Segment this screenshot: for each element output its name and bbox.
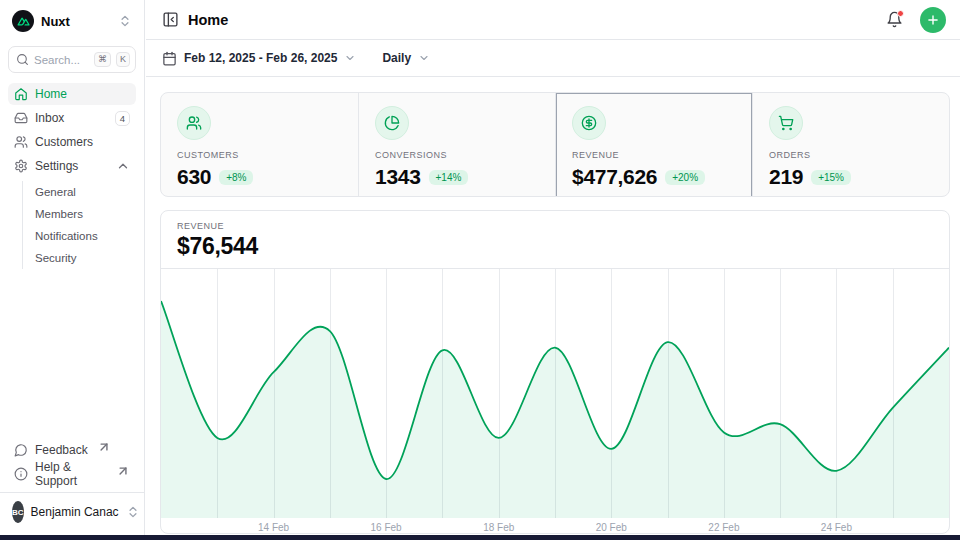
dashboard-content: CUSTOMERS630+8%CONVERSIONS1343+14%REVENU…	[160, 92, 950, 534]
cart-icon	[778, 115, 794, 131]
chevrons-up-down-icon	[126, 505, 140, 519]
stats-panel: CUSTOMERS630+8%CONVERSIONS1343+14%REVENU…	[160, 92, 950, 197]
sidebar-item-notifications[interactable]: Notifications	[35, 225, 136, 247]
revenue-area-chart[interactable]: 14 Feb16 Feb18 Feb20 Feb22 Feb24 Feb	[161, 269, 949, 534]
inbox-icon	[14, 111, 28, 125]
main-area: Home Feb 12, 2025 - Feb 26, 2025 Daily C…	[146, 0, 960, 535]
x-tick-label: 20 Feb	[596, 522, 628, 533]
divider	[0, 492, 144, 493]
kbd-cmd: ⌘	[94, 52, 111, 67]
x-tick-label: 24 Feb	[821, 522, 853, 533]
stat-label: ORDERS	[769, 150, 933, 160]
search-placeholder: Search...	[34, 54, 89, 66]
sidebar-item-label: Customers	[35, 135, 93, 149]
sidebar-item-help-support[interactable]: Help & Support	[8, 463, 136, 485]
sidebar-item-label: Feedback	[35, 443, 88, 457]
kbd-k: K	[116, 52, 130, 67]
stat-label: CONVERSIONS	[375, 150, 539, 160]
stat-value: 1343	[375, 165, 421, 189]
message-circle-icon	[14, 443, 28, 457]
stat-delta-badge: +20%	[665, 170, 705, 185]
sidebar-item-label: Settings	[35, 159, 78, 173]
x-tick-label: 14 Feb	[258, 522, 290, 533]
sidebar-collapse-icon[interactable]	[162, 11, 179, 28]
stat-card-orders[interactable]: ORDERS219+15%	[752, 93, 949, 197]
x-tick-label: 22 Feb	[708, 522, 740, 533]
revenue-chart-card: REVENUE $76,544 14 Feb16 Feb18 Feb20 Feb…	[160, 210, 950, 534]
stat-value: $477,626	[572, 165, 657, 189]
chart-title: REVENUE	[177, 221, 933, 231]
x-tick-label: 16 Feb	[371, 522, 403, 533]
sidebar-item-customers[interactable]: Customers	[8, 131, 136, 153]
chevrons-up-down-icon[interactable]	[118, 14, 132, 28]
inbox-count-badge: 4	[115, 111, 130, 126]
sidebar-item-settings[interactable]: Settings	[8, 155, 136, 177]
sidebar-footer-nav: FeedbackHelp & Support	[8, 439, 136, 485]
users-icon	[14, 135, 28, 149]
stat-value: 219	[769, 165, 803, 189]
stat-value: 630	[177, 165, 211, 189]
sidebar-nav: HomeInbox4CustomersSettingsGeneralMember…	[8, 83, 136, 269]
sidebar-item-home[interactable]: Home	[8, 83, 136, 105]
user-menu[interactable]: BC Benjamin Canac	[8, 497, 136, 527]
topbar: Home	[146, 0, 960, 40]
plus-icon	[926, 13, 940, 27]
chart-x-axis: 14 Feb16 Feb18 Feb20 Feb22 Feb24 Feb	[258, 522, 852, 533]
sidebar-item-general[interactable]: General	[35, 181, 136, 203]
cart-icon	[769, 106, 803, 140]
chart-header: REVENUE $76,544	[161, 211, 949, 269]
filters-toolbar: Feb 12, 2025 - Feb 26, 2025 Daily	[146, 40, 960, 77]
avatar: BC	[12, 501, 24, 523]
calendar-icon	[162, 51, 177, 66]
sidebar-item-inbox[interactable]: Inbox4	[8, 107, 136, 129]
stat-label: CUSTOMERS	[177, 150, 342, 160]
chevron-down-icon	[344, 52, 356, 64]
page-title: Home	[188, 12, 872, 28]
users-icon	[177, 106, 211, 140]
arrow-up-right-icon	[116, 464, 130, 478]
sidebar: Nuxt Search... ⌘ K HomeInbox4CustomersSe…	[0, 0, 145, 535]
stat-card-revenue[interactable]: REVENUE$477,626+20%	[555, 93, 752, 197]
date-range-picker[interactable]: Feb 12, 2025 - Feb 26, 2025	[162, 51, 356, 66]
chevron-up-icon	[116, 159, 130, 173]
x-tick-label: 18 Feb	[483, 522, 515, 533]
dollar-circle-icon	[572, 106, 606, 140]
stat-label: REVENUE	[572, 150, 736, 160]
sidebar-item-security[interactable]: Security	[35, 247, 136, 269]
user-name: Benjamin Canac	[31, 505, 119, 519]
chevron-down-icon	[418, 52, 430, 64]
info-icon	[14, 467, 28, 481]
notification-dot	[897, 10, 904, 17]
sidebar-item-label: Inbox	[35, 111, 64, 125]
stat-card-customers[interactable]: CUSTOMERS630+8%	[161, 93, 358, 197]
users-icon	[186, 115, 202, 131]
sidebar-item-label: Help & Support	[35, 460, 107, 488]
arrow-up-right-icon	[97, 440, 111, 454]
workspace-switcher[interactable]: Nuxt	[8, 9, 136, 33]
chart-current-value: $76,544	[177, 233, 933, 260]
window-bottom-edge	[0, 535, 960, 540]
sidebar-item-members[interactable]: Members	[35, 203, 136, 225]
pie-chart-icon	[384, 115, 400, 131]
home-icon	[14, 87, 28, 101]
stat-card-conversions[interactable]: CONVERSIONS1343+14%	[358, 93, 555, 197]
add-button[interactable]	[920, 7, 946, 33]
sidebar-item-feedback[interactable]: Feedback	[8, 439, 136, 461]
pie-chart-icon	[375, 106, 409, 140]
granularity-label: Daily	[382, 51, 411, 65]
dollar-circle-icon	[581, 115, 597, 131]
sidebar-sublist-settings: GeneralMembersNotificationsSecurity	[22, 181, 136, 269]
stat-delta-badge: +8%	[219, 170, 253, 185]
notifications-button[interactable]	[881, 7, 907, 33]
settings-icon	[14, 159, 28, 173]
granularity-select[interactable]: Daily	[382, 51, 430, 65]
nuxt-logo-icon	[12, 10, 34, 32]
search-icon	[16, 53, 29, 66]
search-input[interactable]: Search... ⌘ K	[8, 46, 136, 73]
date-range-label: Feb 12, 2025 - Feb 26, 2025	[184, 51, 337, 65]
stat-delta-badge: +14%	[429, 170, 469, 185]
sidebar-item-label: Home	[35, 87, 67, 101]
workspace-name: Nuxt	[41, 14, 111, 29]
stat-delta-badge: +15%	[811, 170, 851, 185]
